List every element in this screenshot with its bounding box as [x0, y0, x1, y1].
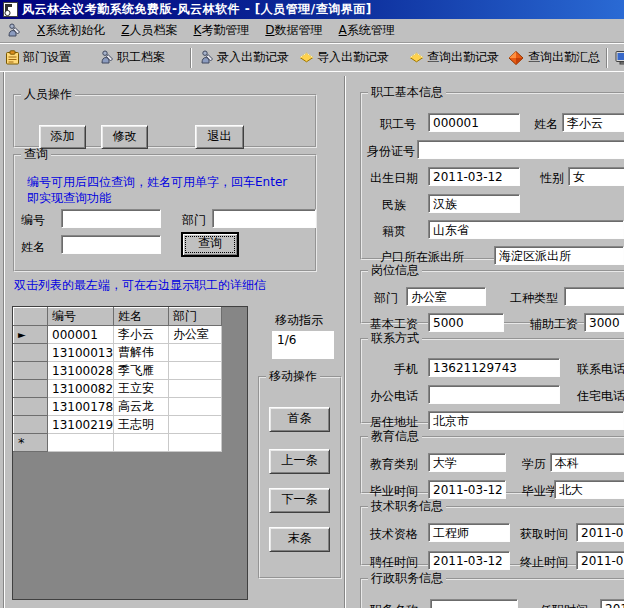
menu-system-mgmt[interactable]: A系统管理	[339, 22, 395, 39]
table-row-new: *	[14, 434, 222, 452]
emp-no-field[interactable]: 000001	[428, 113, 520, 132]
grid-hint: 双击列表的最左端，可在右边显示职工的详细信	[14, 277, 266, 294]
row-selector[interactable]	[14, 416, 48, 434]
next-record-button[interactable]: 下一条	[269, 488, 330, 513]
toolbar-button-attendance-summary[interactable]: 查询出勤汇总	[504, 47, 603, 69]
office-tel-field[interactable]	[428, 385, 560, 404]
cell-code[interactable]: 000001	[48, 326, 114, 344]
cell-name[interactable]: 李小云	[114, 326, 169, 344]
name-label: 姓名	[534, 116, 558, 133]
cell-name[interactable]: 季飞雁	[114, 362, 169, 380]
end-time-label: 终止时间	[520, 554, 568, 571]
dept-field[interactable]: 办公室	[406, 287, 486, 306]
ethnic-label: 民族	[382, 197, 406, 214]
table-row: 13100013 曹解伟	[14, 344, 222, 362]
cell-name[interactable]: 王立安	[114, 380, 169, 398]
toolbar-button-import-attendance[interactable]: 导入出勤记录	[296, 47, 392, 69]
name-field[interactable]: 李小云	[562, 113, 624, 132]
birth-label: 出生日期	[370, 170, 418, 187]
column-header-name[interactable]: 姓名	[114, 308, 169, 326]
person-icon	[199, 50, 214, 65]
divider	[0, 71, 624, 72]
toolbar-button-dept-settings[interactable]: 部门设置	[2, 47, 74, 69]
cell-dept[interactable]	[169, 362, 222, 380]
office-tel-label: 办公电话	[370, 388, 418, 405]
toolbar-button-query-attendance[interactable]: 查询出勤记录	[406, 47, 502, 69]
worktype-field[interactable]	[564, 287, 624, 306]
row-selector[interactable]	[14, 362, 48, 380]
cell-code[interactable]: 13100219	[48, 416, 114, 434]
diamond-yellow-icon	[409, 50, 424, 65]
last-record-button[interactable]: 末条	[269, 527, 330, 552]
school-field[interactable]: 北大	[554, 480, 624, 499]
cell-code[interactable]: 13100013	[48, 344, 114, 362]
cell-name[interactable]	[114, 434, 169, 452]
menu-system-init[interactable]: X系统初始化	[37, 22, 105, 39]
group-title: 教育信息	[371, 429, 419, 443]
cell-code[interactable]: 13100178	[48, 398, 114, 416]
search-button[interactable]: 查询	[181, 232, 239, 257]
gender-field[interactable]: 女	[568, 167, 624, 186]
new-row-marker[interactable]: *	[14, 434, 48, 452]
row-selector[interactable]	[14, 398, 48, 416]
menu-data-mgmt[interactable]: D数据管理	[265, 22, 322, 39]
prev-record-button[interactable]: 上一条	[269, 449, 330, 474]
group-title: 行政职务信息	[371, 571, 443, 585]
cell-dept[interactable]	[169, 398, 222, 416]
cell-dept[interactable]	[169, 344, 222, 362]
toolbar-separator	[606, 48, 608, 68]
degree-field[interactable]: 本科	[550, 453, 624, 472]
cell-name[interactable]: 曹解伟	[114, 344, 169, 362]
appoint-time-field[interactable]: 2011-	[600, 599, 624, 608]
row-selector[interactable]	[14, 344, 48, 362]
qualification-field[interactable]: 工程师	[428, 523, 510, 542]
toolbar-button-partial[interactable]	[612, 47, 624, 69]
row-selector-header	[14, 308, 48, 326]
column-header-dept[interactable]: 部门	[169, 308, 222, 326]
birth-field[interactable]: 2011-03-12	[428, 167, 520, 186]
name-label: 姓名	[21, 239, 45, 256]
group-title: 技术职务信息	[371, 499, 443, 513]
appoint-time-label: 任职时间	[540, 602, 588, 608]
end-time-field[interactable]: 2011-03-1	[576, 551, 624, 570]
grad-time-field[interactable]: 2011-03-12	[428, 480, 506, 499]
mobile-field[interactable]: 13621129743	[428, 358, 560, 377]
hire-time-field[interactable]: 2011-03-12	[428, 551, 510, 570]
toolbar-button-enter-attendance[interactable]: 录入出勤记录	[196, 47, 292, 69]
cell-code[interactable]: 13100028	[48, 362, 114, 380]
cell-dept[interactable]	[169, 434, 222, 452]
move-indicator-label: 移动指示	[275, 312, 323, 329]
job-title-field[interactable]	[430, 599, 518, 608]
grid-header-row: 编号 姓名 部门	[14, 308, 222, 326]
menu-attendance-mgmt[interactable]: K考勤管理	[193, 22, 249, 39]
employee-grid[interactable]: 编号 姓名 部门 ► 000001 李小云 办公室 13100013 曹解伟 1…	[12, 306, 248, 600]
group-title: 联系方式	[371, 331, 419, 345]
row-selector-arrow[interactable]: ►	[14, 326, 48, 344]
group-basic-info: 职工基本信息 职工号 000001 姓名 李小云 身份证号 出生日期 2011-…	[360, 84, 624, 260]
cell-dept[interactable]: 办公室	[169, 326, 222, 344]
search-code-input[interactable]	[61, 209, 161, 228]
id-field[interactable]	[417, 140, 624, 159]
ethnic-field[interactable]: 汉族	[428, 194, 520, 213]
cell-name[interactable]: 高云龙	[114, 398, 169, 416]
cell-code[interactable]	[48, 434, 114, 452]
search-dept-input[interactable]	[212, 209, 316, 228]
menu-personnel-archive[interactable]: Z人员档案	[121, 22, 177, 39]
first-record-button[interactable]: 首条	[269, 407, 330, 432]
toolbar-button-staff-archive[interactable]: 职工档案	[96, 47, 168, 69]
move-indicator-value: 1/6	[272, 331, 334, 359]
title-bar: 风云林会议考勤系统免费版-风云林软件 - [人员管理/查询界面]	[0, 0, 624, 19]
group-title: 查询	[24, 147, 48, 161]
cell-name[interactable]: 王志明	[114, 416, 169, 434]
edu-type-field[interactable]: 大学	[428, 453, 506, 472]
search-name-input[interactable]	[61, 235, 161, 254]
column-header-code[interactable]: 编号	[48, 308, 114, 326]
get-time-field[interactable]: 2011-03-1	[576, 523, 624, 542]
qualification-label: 技术资格	[370, 526, 418, 543]
origin-field[interactable]: 山东省	[428, 220, 624, 239]
cell-dept[interactable]	[169, 416, 222, 434]
row-selector[interactable]	[14, 380, 48, 398]
job-title-label: 职务名称	[370, 602, 418, 608]
cell-dept[interactable]	[169, 380, 222, 398]
cell-code[interactable]: 13100082	[48, 380, 114, 398]
